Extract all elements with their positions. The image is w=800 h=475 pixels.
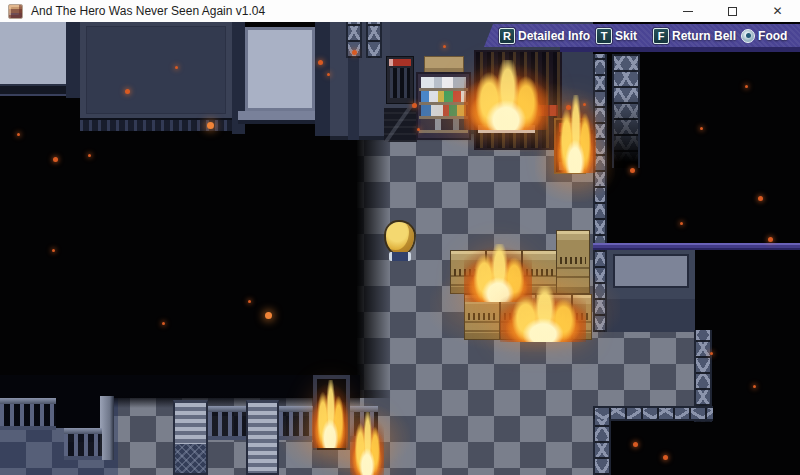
ceiling-girder-block	[366, 22, 382, 58]
shutter-door	[173, 400, 208, 475]
ember	[753, 385, 756, 388]
fire-shelf-right	[554, 95, 596, 173]
radio-dot-inner	[746, 33, 751, 38]
ember	[583, 103, 586, 106]
ember	[443, 45, 446, 48]
ember	[663, 455, 668, 460]
ember	[52, 249, 55, 252]
window-controls: ✕	[665, 0, 800, 22]
railing	[0, 398, 56, 430]
ember	[758, 196, 763, 201]
wall-panel-topleft	[0, 22, 66, 84]
wall-left-inner-panel	[86, 26, 226, 114]
floor-border-girder-h	[593, 406, 713, 421]
railing	[64, 428, 102, 460]
shutter-lattice	[175, 444, 206, 473]
wall-pilaster	[315, 22, 330, 136]
ember	[207, 122, 214, 129]
wall-block-panel	[613, 254, 689, 288]
ember	[162, 322, 165, 325]
railing	[208, 406, 246, 440]
hint-food[interactable]: Food	[741, 29, 787, 43]
ember	[700, 127, 703, 130]
key-badge-r: R	[499, 28, 515, 44]
game-viewport[interactable]: R Detailed Info T Skit F Return Bell Foo…	[0, 22, 800, 475]
maximize-icon	[728, 7, 737, 16]
pillar-shadow-fade	[614, 54, 638, 168]
player-character[interactable]	[385, 222, 415, 264]
hint-label: Food	[758, 29, 787, 43]
ember	[248, 300, 251, 303]
ember	[630, 168, 635, 173]
close-icon: ✕	[772, 5, 782, 17]
window-titlebar[interactable]: And The Hero Was Never Seen Again v1.04 …	[0, 0, 800, 22]
fire-doorway	[312, 380, 348, 448]
window-title: And The Hero Was Never Seen Again v1.04	[31, 4, 265, 18]
ember	[265, 312, 272, 319]
hint-detailed-info[interactable]: R Detailed Info	[499, 28, 590, 44]
ember	[125, 89, 130, 94]
wall-block-right	[607, 250, 695, 332]
wall-corner-edge	[100, 396, 114, 460]
key-badge-t: T	[596, 28, 612, 44]
floor-border-girder-v	[593, 419, 611, 475]
wall-panel-center	[245, 27, 315, 111]
ember	[412, 103, 417, 108]
ember	[633, 442, 638, 447]
app-icon	[8, 4, 23, 19]
minimize-icon	[683, 11, 693, 12]
ember	[680, 222, 683, 225]
shutter-door	[246, 400, 279, 475]
wall-block-lower	[607, 299, 695, 332]
floor-shadow-left-edge	[357, 130, 391, 398]
ember	[768, 237, 773, 242]
ember	[327, 73, 330, 76]
hint-return-bell[interactable]: F Return Bell	[653, 28, 736, 44]
fire-large-store	[464, 60, 548, 130]
minimize-button[interactable]	[665, 0, 710, 22]
dark-machine	[384, 104, 417, 142]
ember	[352, 50, 357, 55]
ember	[53, 157, 58, 162]
ember	[710, 352, 713, 355]
wall-ledge-center	[238, 111, 322, 124]
ember	[175, 66, 178, 69]
ember	[17, 133, 20, 136]
wall-pilaster	[66, 22, 80, 98]
vending-machine-window	[390, 68, 410, 98]
purple-pipe-line	[593, 243, 800, 250]
hint-label: Detailed Info	[518, 29, 590, 43]
ember	[745, 85, 748, 88]
maximize-button[interactable]	[710, 0, 755, 22]
vending-machine-sign	[389, 59, 411, 66]
close-button[interactable]: ✕	[755, 0, 800, 22]
hint-skit[interactable]: T Skit	[596, 28, 637, 44]
radio-dot-icon	[741, 29, 755, 43]
ember	[318, 60, 323, 65]
vending-machine	[386, 56, 414, 104]
hint-label: Skit	[615, 29, 637, 43]
character-hair	[386, 222, 414, 254]
ember	[566, 105, 571, 110]
fire-crates-lower	[500, 286, 586, 342]
fire-corridor	[350, 412, 384, 475]
ember	[417, 128, 420, 131]
app-window: And The Hero Was Never Seen Again v1.04 …	[0, 0, 800, 475]
pillar-girder-right-wide	[612, 54, 640, 168]
hint-bar-shadow	[560, 47, 800, 52]
hint-label: Return Bell	[672, 29, 736, 43]
ceiling-girder-leg	[348, 58, 359, 140]
character-body	[389, 252, 411, 261]
ember	[88, 154, 91, 157]
hint-bar: R Detailed Info T Skit F Return Bell Foo…	[484, 24, 800, 47]
key-badge-f: F	[653, 28, 669, 44]
wall-ledge-topleft	[0, 84, 73, 96]
